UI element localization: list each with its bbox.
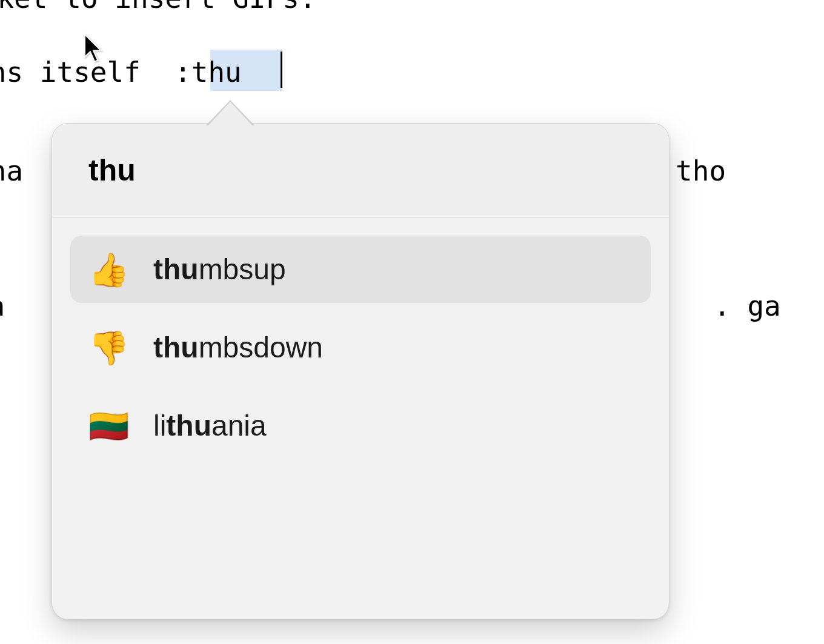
emoji-picker-query: thu (88, 153, 633, 188)
trigger-char: : (174, 56, 191, 88)
mouse-cursor-icon (84, 33, 105, 66)
emoji-suggestion-list: 👍thumbsup👎thumbsdown🇱🇹lithuania (52, 217, 669, 488)
emoji-suggestion-item[interactable]: 👍thumbsup (70, 236, 651, 303)
emoji-match-highlight: thu (166, 410, 211, 442)
text-caret (281, 51, 282, 88)
emoji-suggestion-label: lithuania (153, 409, 267, 442)
emoji-icon: 🇱🇹 (88, 410, 129, 442)
emoji-match-highlight: thu (153, 253, 199, 285)
background-text-line: tha (0, 154, 23, 187)
background-text-line: rns itself (0, 56, 141, 88)
emoji-icon: 👎 (88, 331, 129, 364)
background-text-line: tho (676, 154, 726, 187)
emoji-match-highlight: thu (153, 331, 199, 363)
popover-arrow (208, 102, 253, 126)
emoji-suggestion-label: thumbsdown (153, 331, 323, 364)
emoji-icon: 👍 (88, 253, 129, 286)
emoji-picker-popover: thu 👍thumbsup👎thumbsdown🇱🇹lithuania (51, 123, 670, 620)
emoji-picker-header: thu (52, 124, 669, 217)
emoji-suggestion-item[interactable]: 🇱🇹lithuania (70, 392, 651, 459)
emoji-suggestion-label: thumbsup (153, 253, 286, 286)
emoji-shortcode-input[interactable]: :thu (174, 56, 242, 88)
emoji-suggestion-item[interactable]: 👎thumbsdown (70, 314, 651, 381)
background-text-line: u still use Rocket to insert GIFs. (0, 0, 316, 15)
background-text-line: . ga (714, 290, 781, 322)
background-text-line: Sla (0, 290, 5, 322)
typed-query: thu (191, 56, 242, 88)
